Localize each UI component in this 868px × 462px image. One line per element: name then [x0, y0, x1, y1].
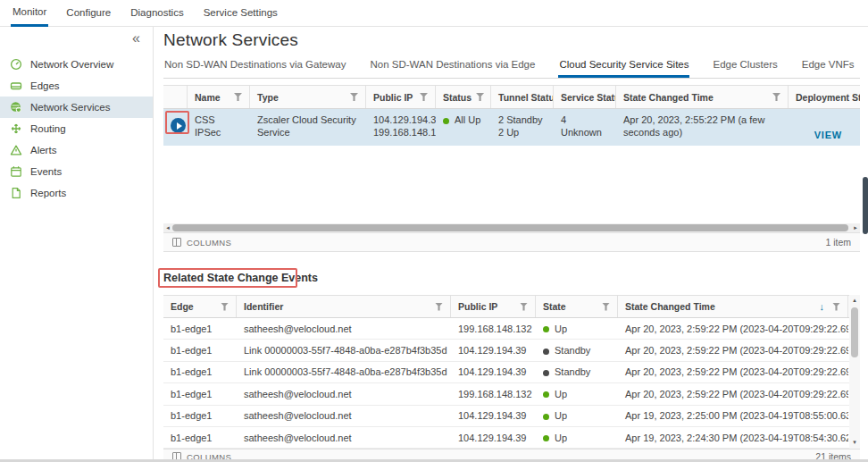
column-header-status[interactable]: Status — [436, 86, 491, 108]
column-header-type[interactable]: Type — [250, 86, 366, 108]
horizontal-scroll-thumb[interactable] — [172, 224, 848, 231]
sidebar-item-label: Edges — [30, 80, 60, 91]
column-header-tunnel-status[interactable]: Tunnel Status — [491, 86, 554, 108]
sidebar-item-edges[interactable]: Edges — [0, 75, 153, 97]
services-table-footer: COLUMNS 1 item — [163, 232, 860, 252]
service-row-css-ipsec[interactable]: CSS IPSec Zscaler Cloud Security Service… — [163, 109, 860, 146]
gauge-icon — [10, 58, 22, 71]
identifier-cell: satheesh@velocloud.net — [237, 433, 451, 443]
sort-descending-icon[interactable]: ↓ — [820, 301, 825, 312]
nav-item-monitor[interactable]: Monitor — [11, 0, 48, 27]
edge-cell: b1-edge1 — [163, 389, 237, 399]
sidebar-item-network-overview[interactable]: Network Overview — [0, 54, 153, 75]
column-header-public-ip[interactable]: Public IP — [451, 296, 536, 317]
column-label: State — [543, 301, 566, 312]
sidebar-item-label: Reports — [30, 188, 66, 198]
vertical-scrollbar[interactable]: ▴ ▾ — [849, 295, 860, 449]
filter-icon[interactable] — [520, 303, 528, 311]
column-label: Public IP — [373, 92, 413, 103]
filter-icon[interactable] — [435, 303, 443, 311]
table-row[interactable]: b1-edge1 satheesh@velocloud.net 199.168.… — [163, 318, 860, 340]
expand-cell — [163, 109, 188, 146]
filter-icon[interactable] — [772, 93, 780, 101]
filter-icon[interactable] — [221, 303, 229, 311]
edge-cell: b1-edge1 — [163, 433, 237, 443]
column-label: Identifier — [244, 301, 283, 312]
view-link[interactable]: VIEW — [814, 129, 842, 141]
status-dot-icon — [543, 326, 549, 332]
column-header-state-changed-time[interactable]: State Changed Time — [616, 86, 789, 108]
identifier-cell: Link 00000003-55f7-4848-a0ba-e287b4f3b35… — [237, 366, 451, 377]
column-header-name[interactable]: Name — [188, 86, 250, 108]
identifier-cell: satheesh@velocloud.net — [237, 389, 451, 399]
table-row[interactable]: b1-edge1 Link 00000003-55f7-4848-a0ba-e2… — [163, 340, 860, 361]
services-table-empty-area — [163, 146, 860, 223]
related-state-change-events-heading: Related State Change Events — [163, 272, 318, 284]
identifier-cell: Link 00000003-55f7-4848-a0ba-e287b4f3b35… — [237, 345, 451, 356]
scroll-right-icon[interactable]: ▸ — [851, 223, 860, 232]
column-header-state[interactable]: State — [536, 296, 618, 317]
state-label: Up — [555, 410, 567, 421]
state-cell: Up — [536, 433, 618, 443]
column-header-edge[interactable]: Edge — [163, 296, 237, 317]
state-cell: Standby — [536, 345, 618, 356]
nav-item-configure[interactable]: Configure — [64, 0, 113, 27]
state-cell: Up — [536, 410, 618, 421]
column-label: Edge — [171, 301, 194, 312]
page-scrollbar-thumb[interactable] — [863, 177, 868, 234]
columns-label: COLUMNS — [187, 238, 231, 248]
tab-cloud-security-service-sites[interactable]: Cloud Security Service Sites — [558, 56, 689, 78]
sidebar-collapse-icon[interactable]: « — [132, 30, 140, 46]
tab-edge-clusters[interactable]: Edge Clusters — [712, 56, 778, 78]
table-row[interactable]: b1-edge1 satheesh@velocloud.net 104.129.… — [163, 427, 860, 449]
tab-non-sdwan-edge[interactable]: Non SD-WAN Destinations via Edge — [369, 56, 536, 78]
column-label: Public IP — [458, 301, 497, 312]
tunnel-status-cell: 2 Standby 2 Up — [491, 109, 554, 146]
filter-icon[interactable] — [602, 303, 610, 311]
nav-item-diagnostics[interactable]: Diagnostics — [129, 0, 185, 27]
document-icon — [10, 187, 22, 199]
table-row[interactable]: b1-edge1 Link 00000003-55f7-4848-a0ba-e2… — [163, 362, 860, 383]
columns-icon — [172, 238, 181, 247]
tab-edge-vnfs[interactable]: Edge VNFs — [801, 56, 855, 78]
edge-cell: b1-edge1 — [163, 323, 237, 334]
column-header-service-status[interactable]: Service Status — [554, 86, 616, 108]
nav-item-service-settings[interactable]: Service Settings — [202, 0, 280, 27]
tab-non-sdwan-gateway[interactable]: Non SD-WAN Destinations via Gateway — [163, 56, 346, 78]
services-table-header: Name Type Public IP Status Tunnel Status… — [163, 85, 860, 109]
public-ip-cell: 104.129.194.39 199.168.148.132 — [366, 109, 436, 146]
status-label: All Up — [455, 114, 480, 125]
routing-icon — [10, 122, 22, 135]
alert-triangle-icon — [10, 144, 22, 156]
filter-icon[interactable] — [350, 93, 358, 101]
type-cell: Zscaler Cloud Security Service — [250, 109, 366, 146]
sidebar-item-alerts[interactable]: Alerts — [0, 139, 153, 161]
column-header-public-ip[interactable]: Public IP — [366, 86, 436, 108]
filter-icon[interactable] — [832, 303, 840, 311]
column-header-state-changed-time[interactable]: State Changed Time↓ — [618, 296, 848, 317]
edges-icon — [10, 80, 22, 92]
column-header-identifier[interactable]: Identifier — [237, 296, 451, 317]
public-ip-2: 199.168.148.132 — [373, 126, 429, 139]
filter-icon[interactable] — [476, 93, 484, 101]
state-changed-time-cell: Apr 20, 2023, 2:59:22 PM (2023-04-20T09:… — [618, 323, 848, 334]
state-changed-time-cell: Apr 20, 2023, 2:59:22 PM (2023-04-20T09:… — [618, 345, 848, 356]
filter-icon[interactable] — [234, 93, 242, 101]
columns-button[interactable]: COLUMNS — [172, 238, 231, 248]
expand-row-button[interactable] — [171, 118, 186, 133]
horizontal-scrollbar[interactable]: ◂ ▸ — [163, 223, 860, 232]
table-row[interactable]: b1-edge1 satheesh@velocloud.net 104.129.… — [163, 406, 860, 427]
table-row[interactable]: b1-edge1 satheesh@velocloud.net 199.168.… — [163, 383, 860, 405]
sidebar-item-routing[interactable]: Routing — [0, 118, 153, 139]
scroll-down-icon[interactable]: ▾ — [849, 438, 860, 447]
scroll-up-icon[interactable]: ▴ — [849, 296, 860, 305]
sidebar-item-events[interactable]: Events — [0, 161, 153, 182]
scroll-left-icon[interactable]: ◂ — [163, 223, 172, 232]
state-cell: Up — [536, 323, 618, 334]
vertical-scroll-thumb[interactable] — [851, 307, 858, 357]
filter-icon[interactable] — [420, 93, 428, 101]
sidebar-item-network-services[interactable]: Network Services — [0, 97, 153, 118]
sidebar-item-reports[interactable]: Reports — [0, 182, 153, 204]
state-cell: Up — [536, 389, 618, 399]
column-header-deployment-status[interactable]: Deployment Status↓ — [789, 86, 860, 108]
